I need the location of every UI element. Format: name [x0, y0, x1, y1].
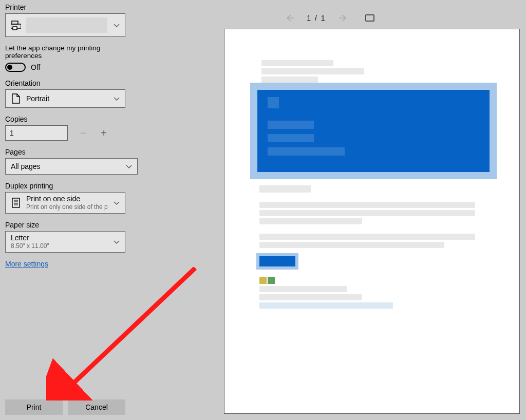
dialog-action-buttons: Print Cancel [5, 399, 125, 415]
toggle-state-label: Off [31, 63, 40, 71]
pages-label: Pages [5, 148, 128, 156]
print-preview-page [224, 29, 520, 414]
copies-decrement[interactable]: − [78, 128, 88, 138]
copies-increment[interactable]: + [99, 128, 109, 138]
more-settings-section: More settings [5, 260, 128, 268]
app-pref-section: Let the app change my printing preferenc… [5, 44, 128, 72]
pages-value: All pages [11, 162, 120, 171]
duplex-icon [11, 198, 21, 208]
prev-page-button[interactable] [285, 13, 294, 23]
printer-icon [11, 20, 21, 30]
chevron-down-icon [126, 162, 132, 170]
current-page: 1 [307, 14, 312, 22]
pages-section: Pages All pages [5, 148, 128, 175]
preview-toolbar: 1 / 1 [134, 10, 526, 26]
chevron-down-icon [114, 238, 120, 246]
chevron-down-icon [114, 21, 120, 29]
paper-sub: 8.50" x 11.00" [11, 242, 107, 250]
paper-label: Paper size [5, 221, 128, 229]
svg-rect-0 [12, 21, 18, 24]
fit-page-button[interactable] [365, 14, 374, 22]
duplex-label: Duplex printing [5, 182, 128, 190]
printer-label: Printer [5, 3, 128, 11]
duplex-value: Print on one side [26, 195, 107, 203]
paper-dropdown[interactable]: Letter 8.50" x 11.00" [5, 231, 125, 253]
copies-input[interactable] [5, 125, 68, 141]
page-indicator: 1 / 1 [307, 14, 326, 22]
svg-rect-2 [13, 27, 17, 30]
app-pref-toggle[interactable] [5, 63, 26, 72]
cancel-button[interactable]: Cancel [68, 399, 125, 415]
orientation-section: Orientation Portrait [5, 79, 128, 108]
orientation-dropdown[interactable]: Portrait [5, 89, 125, 108]
copies-label: Copies [5, 115, 128, 123]
printer-section: Printer [5, 3, 128, 37]
chevron-down-icon [114, 199, 120, 207]
printer-name-redacted [26, 17, 107, 33]
total-pages: 1 [321, 14, 326, 22]
orientation-value: Portrait [26, 94, 107, 103]
pages-dropdown[interactable]: All pages [5, 158, 138, 175]
print-button[interactable]: Print [5, 399, 63, 415]
orientation-label: Orientation [5, 79, 128, 87]
paper-section: Paper size Letter 8.50" x 11.00" [5, 221, 128, 253]
page-icon [11, 93, 21, 104]
svg-rect-3 [12, 198, 20, 207]
print-settings-panel: Printer Let the app change my printing p… [0, 0, 134, 420]
chevron-down-icon [114, 94, 120, 103]
duplex-section: Duplex printing Print on one side Print … [5, 182, 128, 214]
printer-dropdown[interactable] [5, 13, 125, 37]
more-settings-link[interactable]: More settings [5, 260, 48, 268]
app-pref-label: Let the app change my printing preferenc… [5, 44, 128, 60]
duplex-sub: Print on only one side of the pa [26, 203, 107, 211]
preview-content-redacted [224, 60, 519, 309]
duplex-dropdown[interactable]: Print on one side Print on only one side… [5, 192, 125, 214]
next-page-button[interactable] [339, 13, 348, 23]
paper-value: Letter [11, 234, 107, 242]
copies-section: Copies − + [5, 115, 128, 141]
